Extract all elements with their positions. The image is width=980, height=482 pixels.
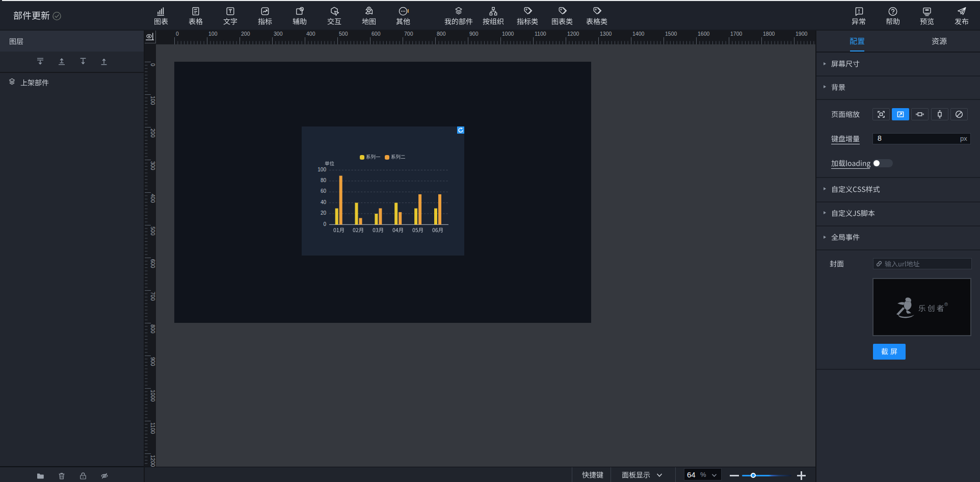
svg-text:R: R: [945, 303, 947, 306]
